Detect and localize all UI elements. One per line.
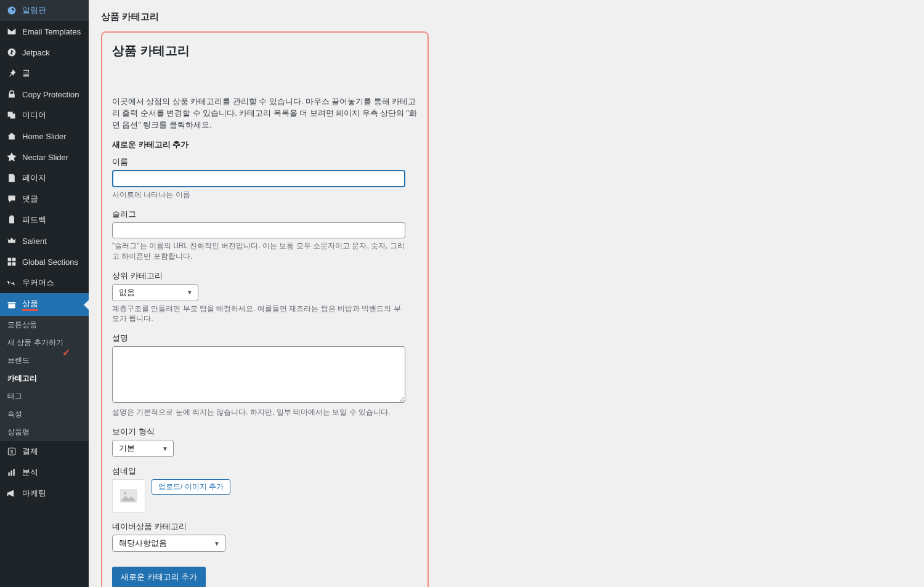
archive-icon <box>6 299 17 310</box>
check-annotation-icon: ✓ <box>62 347 70 358</box>
sidebar-item-label: Home Slider <box>22 132 67 141</box>
category-form-panel: 상품 카테고리 이곳에서 상점의 상품 카테고리를 관리할 수 있습니다. 마우… <box>101 31 429 587</box>
woocommerce-icon <box>6 277 17 288</box>
svg-rect-8 <box>10 471 12 476</box>
sidebar-item-label: Nectar Slider <box>22 153 68 162</box>
sidebar-item-jetpack[interactable]: Jetpack <box>0 42 89 63</box>
sidebar-item-salient[interactable]: Salient <box>0 230 89 251</box>
sidebar-item-copy-protection[interactable]: Copy Protection <box>0 84 89 105</box>
jetpack-icon <box>6 47 17 58</box>
sidebar-item-marketing[interactable]: 마케팅 <box>0 483 89 504</box>
main-content: 상품 카테고리 상품 카테고리 이곳에서 상점의 상품 카테고리를 관리할 수 … <box>89 0 924 587</box>
crown-icon <box>6 235 17 246</box>
sidebar-item-label: 분석 <box>22 467 38 478</box>
submit-button[interactable]: 새로운 카테고리 추가 <box>112 567 206 587</box>
sidebar-item-label: Salient <box>22 237 47 246</box>
thumbnail-label: 섬네일 <box>112 466 405 477</box>
sidebar-item-label: 알림판 <box>22 5 46 16</box>
naver-label: 네이버상품 카테고리 <box>112 521 405 532</box>
svg-text:$: $ <box>10 449 14 455</box>
sidebar-item-posts[interactable]: 글 <box>0 63 89 84</box>
sidebar-item-home-slider[interactable]: Home Slider <box>0 126 89 147</box>
svg-rect-7 <box>8 472 9 476</box>
sidebar-item-label: 피드백 <box>22 214 46 225</box>
description-help: 설명은 기본적으로 눈에 띄지는 않습니다. 하지만, 일부 테마에서는 보일 … <box>112 407 405 418</box>
sidebar-item-label: Global Sections <box>22 257 78 267</box>
sidebar-item-woocommerce[interactable]: 우커머스 <box>0 272 89 293</box>
panel-intro: 이곳에서 상점의 상품 카테고리를 관리할 수 있습니다. 마우스 끌어놓기를 … <box>112 96 418 131</box>
page-title: 상품 카테고리 <box>101 0 912 28</box>
sidebar-item-label: 댓글 <box>22 193 38 204</box>
admin-sidebar: 알림판 Email Templates Jetpack 글 Copy Prote… <box>0 0 89 587</box>
image-placeholder-icon <box>120 489 137 503</box>
dollar-icon: $ <box>6 446 17 457</box>
naver-select[interactable]: 해당사항없음 ▼ <box>112 535 225 552</box>
parent-label: 상위 카테고리 <box>112 270 405 281</box>
sidebar-subitem-add-new[interactable]: 새 상품 추가하기 <box>0 334 89 352</box>
sidebar-item-dashboard[interactable]: 알림판 <box>0 0 89 21</box>
name-label: 이름 <box>112 156 405 168</box>
chevron-down-icon: ▼ <box>187 289 193 296</box>
display-label: 보이기 형식 <box>112 426 405 437</box>
sidebar-item-media[interactable]: 미디어 <box>0 105 89 126</box>
slug-help: "슬러그"는 이름의 URL 친화적인 버전입니다. 이는 보통 모두 소문자이… <box>112 241 405 262</box>
grid-icon <box>6 256 17 267</box>
sidebar-item-label: 미디어 <box>22 110 46 121</box>
comment-icon <box>6 193 17 204</box>
sidebar-item-products[interactable]: 상품 <box>0 293 89 316</box>
sidebar-item-global-sections[interactable]: Global Sections <box>0 251 89 272</box>
sidebar-item-payments[interactable]: $ 결제 <box>0 441 89 462</box>
name-input[interactable] <box>112 170 405 187</box>
gauge-icon <box>6 5 17 16</box>
sidebar-item-nectar-slider[interactable]: Nectar Slider <box>0 147 89 168</box>
svg-point-11 <box>124 492 126 495</box>
pages-icon <box>6 172 17 184</box>
pin-icon <box>6 68 17 79</box>
sidebar-item-label: Email Templates <box>22 27 81 36</box>
megaphone-icon <box>6 488 17 499</box>
slug-label: 슬러그 <box>112 209 405 220</box>
chart-icon <box>6 467 17 478</box>
sidebar-item-feedback[interactable]: 피드백 <box>0 209 89 230</box>
parent-select[interactable]: 없음 ▼ <box>112 284 198 301</box>
mail-icon <box>6 26 17 37</box>
sidebar-item-email-templates[interactable]: Email Templates <box>0 21 89 42</box>
chevron-down-icon: ▼ <box>162 445 168 452</box>
sidebar-item-label: 글 <box>22 68 30 79</box>
panel-heading: 상품 카테고리 <box>112 43 418 59</box>
parent-select-value: 없음 <box>119 287 135 298</box>
svg-rect-4 <box>12 262 16 266</box>
svg-rect-2 <box>12 258 16 262</box>
sidebar-item-label: 결제 <box>22 446 38 457</box>
sidebar-subitem-all-products[interactable]: 모든상품 <box>0 316 89 334</box>
sidebar-submenu-products: 모든상품 새 상품 추가하기 브랜드 ✓ 카테고리 태그 속성 상품평 <box>0 316 89 441</box>
display-select-value: 기본 <box>119 443 135 454</box>
sidebar-item-label: 페이지 <box>22 172 46 184</box>
media-icon <box>6 110 17 121</box>
description-textarea[interactable] <box>112 346 405 403</box>
sidebar-item-analytics[interactable]: 분석 <box>0 462 89 483</box>
sidebar-item-comments[interactable]: 댓글 <box>0 188 89 209</box>
sidebar-item-pages[interactable]: 페이지 <box>0 168 89 188</box>
slug-input[interactable] <box>112 222 405 238</box>
sidebar-item-label: 마케팅 <box>22 488 46 499</box>
naver-select-value: 해당사항없음 <box>119 538 167 549</box>
sidebar-subitem-reviews[interactable]: 상품평 <box>0 423 89 441</box>
svg-rect-3 <box>8 262 12 266</box>
add-category-heading: 새로운 카테고리 추가 <box>112 139 418 150</box>
sidebar-item-label: Copy Protection <box>22 90 79 99</box>
sidebar-subitem-tags[interactable]: 태그 <box>0 387 89 405</box>
chevron-down-icon: ▼ <box>214 540 220 547</box>
sidebar-subitem-attributes[interactable]: 속성 <box>0 405 89 423</box>
thumbnail-placeholder <box>112 479 145 512</box>
sidebar-subitem-categories[interactable]: 카테고리 <box>0 370 89 387</box>
svg-rect-1 <box>8 258 12 262</box>
sidebar-item-label: Jetpack <box>22 48 50 57</box>
sidebar-subitem-brands[interactable]: 브랜드 ✓ <box>0 352 89 370</box>
name-help: 사이트에 나타나는 이름 <box>112 190 405 200</box>
home-icon <box>6 131 17 142</box>
upload-image-button[interactable]: 업로드/ 이미지 추가 <box>152 479 230 495</box>
parent-help: 계층구조를 만들려면 부모 텀을 배정하세요. 예를들면 재즈라는 텀은 비밥과… <box>112 304 405 325</box>
star-icon <box>6 152 17 163</box>
display-select[interactable]: 기본 ▼ <box>112 440 174 457</box>
